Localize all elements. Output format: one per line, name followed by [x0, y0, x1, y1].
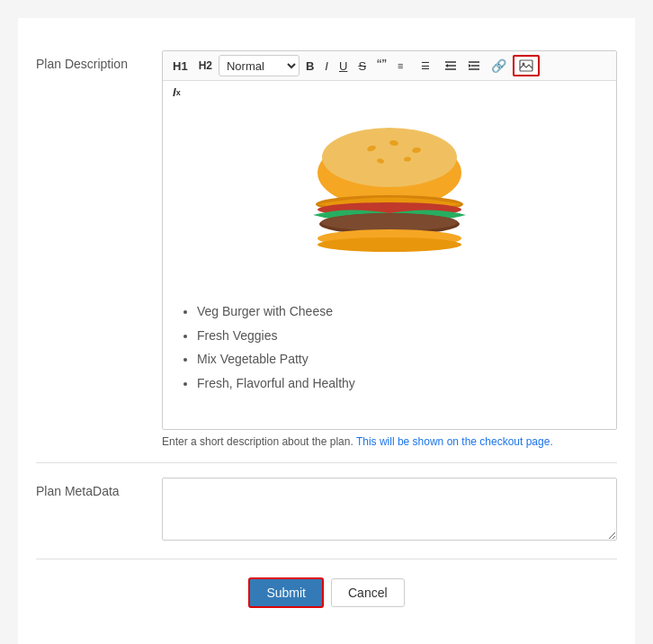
unordered-list-button[interactable]: ☰	[416, 57, 438, 75]
plan-description-field: H1 H2 Normal Heading 1 Heading 2 Heading…	[162, 50, 617, 448]
format-select[interactable]: Normal Heading 1 Heading 2 Heading 3	[219, 55, 300, 76]
link-button[interactable]: 🔗	[487, 56, 511, 76]
buttons-row: Submit Cancel	[36, 559, 617, 617]
cancel-button[interactable]: Cancel	[331, 578, 405, 607]
burger-list: Veg Burger with Cheese Fresh Veggies Mix…	[197, 300, 604, 395]
hint-text: Enter a short description about the plan…	[162, 435, 617, 448]
svg-point-22	[321, 213, 458, 231]
svg-marker-9	[469, 64, 471, 67]
submit-button[interactable]: Submit	[248, 577, 324, 608]
burger-list-item: Fresh Veggies	[197, 324, 604, 348]
burger-list-item: Veg Burger with Cheese	[197, 300, 604, 324]
indent-increase-button[interactable]	[463, 57, 485, 75]
metadata-input[interactable]	[162, 478, 617, 541]
svg-point-13	[322, 128, 457, 187]
indent-decrease-button[interactable]	[440, 57, 461, 75]
strikethrough-button[interactable]: S	[353, 57, 371, 76]
burger-list-item: Mix Vegetable Patty	[197, 347, 604, 371]
svg-text:☰: ☰	[421, 60, 430, 71]
form-container: Plan Description H1 H2 Normal Heading 1 …	[18, 18, 635, 644]
rich-text-editor: H1 H2 Normal Heading 1 Heading 2 Heading…	[162, 50, 617, 430]
plan-metadata-label: Plan MetaData	[36, 478, 162, 501]
underline-button[interactable]: U	[335, 57, 352, 76]
burger-list-item: Fresh, Flavorful and Healthy	[197, 371, 604, 396]
image-button[interactable]	[513, 55, 540, 76]
svg-point-24	[318, 237, 461, 252]
plan-description-label: Plan Description	[36, 50, 162, 74]
burger-image	[291, 123, 488, 285]
toolbar-row1: H1 H2 Normal Heading 1 Heading 2 Heading…	[163, 51, 616, 81]
toolbar-row2: Ix	[163, 81, 616, 105]
editor-content[interactable]: Veg Burger with Cheese Fresh Veggies Mix…	[163, 105, 616, 429]
blockquote-button[interactable]: “”	[372, 55, 391, 76]
bold-button[interactable]: B	[301, 57, 318, 76]
plan-metadata-row: Plan MetaData	[36, 463, 617, 559]
plan-description-row: Plan Description H1 H2 Normal Heading 1 …	[36, 36, 617, 463]
h1-button[interactable]: H1	[168, 57, 192, 76]
burger-image-area	[175, 123, 604, 285]
svg-marker-5	[445, 64, 448, 67]
svg-rect-10	[520, 60, 532, 71]
plan-metadata-field	[162, 478, 617, 544]
ordered-list-button[interactable]: ≡	[393, 57, 415, 75]
svg-text:≡: ≡	[398, 60, 403, 71]
h2-button[interactable]: H2	[194, 57, 217, 75]
italic-button[interactable]: I	[320, 57, 333, 76]
clear-format-button[interactable]: Ix	[168, 83, 185, 102]
